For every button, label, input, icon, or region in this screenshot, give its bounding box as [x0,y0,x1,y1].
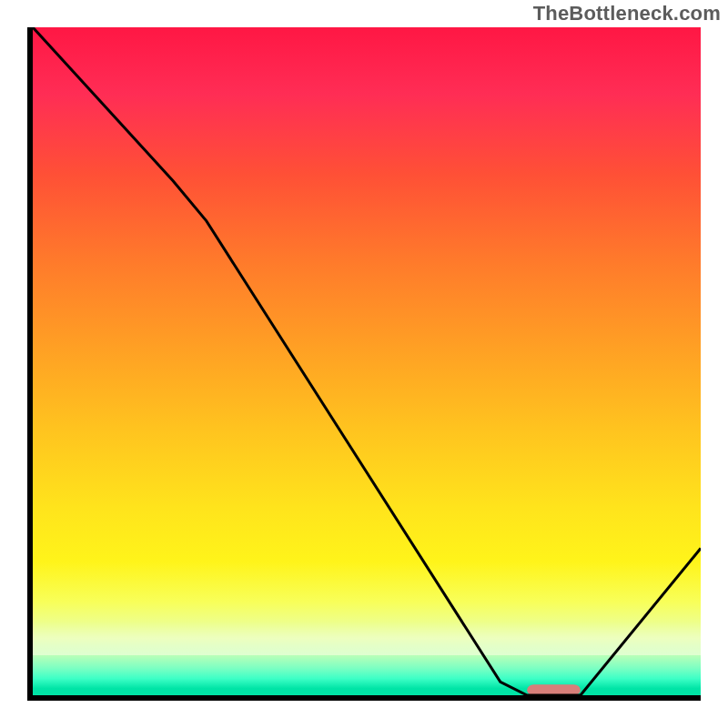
curve-layer [33,27,701,695]
y-axis [27,27,33,701]
plot-area [33,27,701,695]
optimum-marker [527,684,581,695]
x-axis [27,695,701,701]
chart-container: TheBottleneck.com [0,0,728,728]
watermark-text: TheBottleneck.com [533,2,721,25]
bottleneck-curve [33,27,701,695]
